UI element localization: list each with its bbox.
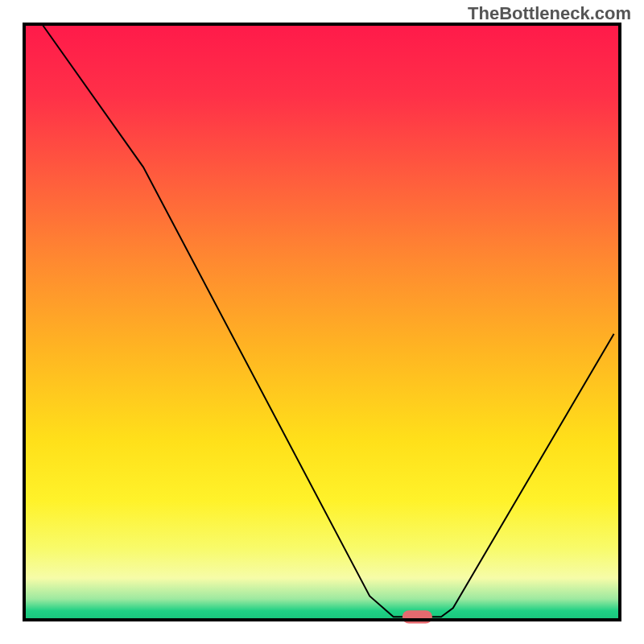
bottleneck-chart: TheBottleneck.com [0,0,644,644]
chart-svg [0,0,644,644]
plot-group [24,24,620,624]
watermark-text: TheBottleneck.com [468,3,631,24]
optimal-marker [402,610,432,623]
plot-background [24,24,620,620]
